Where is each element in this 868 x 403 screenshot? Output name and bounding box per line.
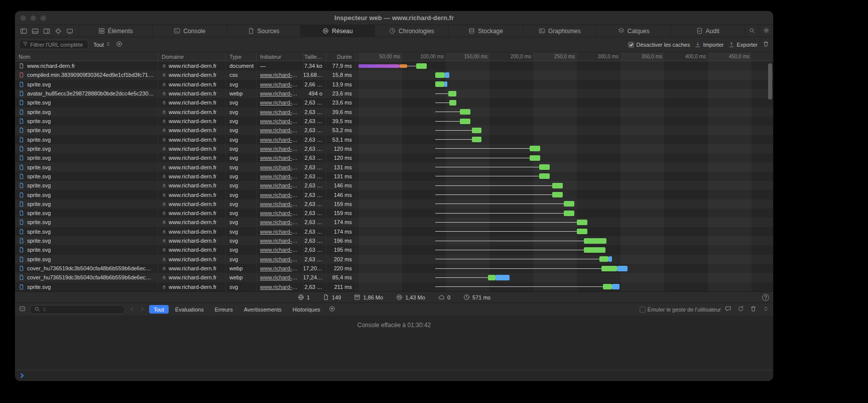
network-request-row[interactable]: sprite.svgwww.richard-dern.frsvgwww.rich… <box>15 80 773 89</box>
filter-options-button[interactable] <box>116 40 122 49</box>
network-request-row[interactable]: sprite.svgwww.richard-dern.frsvgwww.rich… <box>15 117 773 126</box>
initiator-link[interactable]: www.richard-d… <box>260 109 300 115</box>
initiator-link[interactable]: www.richard-d… <box>260 164 300 170</box>
network-request-row[interactable]: sprite.svgwww.richard-dern.frsvgwww.rich… <box>15 236 773 245</box>
initiator-link[interactable]: www.richard-d… <box>260 274 300 280</box>
network-request-row[interactable]: sprite.svgwww.richard-dern.frsvgwww.rich… <box>15 153 773 162</box>
panel-bottom-icon[interactable] <box>32 28 39 35</box>
network-request-row[interactable]: cover_hu736519dc3b5040cfa48b6b559b6de6ec… <box>15 264 773 273</box>
console-tab-evaluations[interactable]: Évaluations <box>171 305 208 314</box>
zoom-button[interactable] <box>40 15 46 21</box>
vertical-scrollbar[interactable] <box>768 63 772 99</box>
initiator-link[interactable]: www.richard-d… <box>260 127 300 133</box>
column-header-init[interactable]: Initiateur <box>257 52 304 61</box>
initiator-link[interactable]: www.richard-d… <box>260 72 300 78</box>
initiator-link[interactable]: www.richard-d… <box>260 192 300 198</box>
disable-caches-checkbox[interactable] <box>628 42 634 48</box>
initiator-link[interactable]: www.richard-d… <box>260 182 300 188</box>
network-request-row[interactable]: sprite.svgwww.richard-dern.frsvgwww.rich… <box>15 218 773 227</box>
initiator-link[interactable]: www.richard-d… <box>260 118 300 124</box>
network-request-row[interactable]: sprite.svgwww.richard-dern.frsvgwww.rich… <box>15 227 773 236</box>
tab-calques[interactable]: Calques <box>597 25 671 37</box>
network-request-row[interactable]: www.richard-dern.frwww.richard-dern.frdo… <box>15 61 773 70</box>
network-request-row[interactable]: sprite.svgwww.richard-dern.frsvgwww.rich… <box>15 209 773 218</box>
console-filter-options-button[interactable] <box>329 305 335 314</box>
initiator-link[interactable]: www.richard-d… <box>260 201 300 207</box>
network-request-row[interactable]: sprite.svgwww.richard-dern.frsvgwww.rich… <box>15 162 773 171</box>
column-header-size[interactable]: Taille… <box>304 52 326 61</box>
column-header-type[interactable]: Type <box>226 52 257 61</box>
console-tab-erreurs[interactable]: Erreurs <box>210 305 237 314</box>
column-header-name[interactable]: Nom <box>15 52 158 61</box>
toggle-console-size-button[interactable] <box>763 305 769 314</box>
initiator-link[interactable]: www.richard-d… <box>260 219 300 225</box>
minimize-button[interactable] <box>30 15 36 21</box>
initiator-link[interactable]: www.richard-d… <box>260 146 300 152</box>
initiator-link[interactable]: www.richard-d… <box>260 90 300 96</box>
tab-graphismes[interactable]: Graphismes <box>523 25 597 37</box>
panel-left-icon[interactable] <box>20 28 27 35</box>
initiator-link[interactable]: www.richard-d… <box>260 284 300 290</box>
clear-network-button[interactable] <box>763 40 769 49</box>
network-request-row[interactable]: sprite.svgwww.richard-dern.frsvgwww.rich… <box>15 172 773 181</box>
network-request-row[interactable]: sprite.svgwww.richard-dern.frsvgwww.rich… <box>15 108 773 117</box>
tab-reseau[interactable]: Réseau <box>301 25 375 37</box>
clear-console-button[interactable] <box>750 305 757 314</box>
initiator-link[interactable]: www.richard-d… <box>260 265 300 271</box>
help-button[interactable]: ? <box>762 294 769 301</box>
network-request-row[interactable]: sprite.svgwww.richard-dern.frsvgwww.rich… <box>15 135 773 144</box>
initiator-link[interactable]: www.richard-d… <box>260 173 300 179</box>
console-tab-historiques[interactable]: Historiques <box>288 305 325 314</box>
settings-button[interactable] <box>759 25 773 37</box>
export-button[interactable]: Exporter <box>728 42 758 48</box>
network-request-row[interactable]: sprite.svgwww.richard-dern.frsvgwww.rich… <box>15 255 773 264</box>
reload-button[interactable] <box>737 305 744 314</box>
next-result-button[interactable] <box>139 305 145 314</box>
initiator-link[interactable]: www.richard-d… <box>260 229 300 235</box>
console-messages-button[interactable] <box>725 305 731 314</box>
tab-elements[interactable]: Éléments <box>79 25 153 37</box>
network-request-row[interactable]: sprite.svgwww.richard-dern.frsvgwww.rich… <box>15 144 773 153</box>
device-icon[interactable] <box>66 28 73 35</box>
panel-right-icon[interactable] <box>43 28 50 35</box>
initiator-link[interactable]: www.richard-d… <box>260 256 300 262</box>
network-request-row[interactable]: cover_hu736519dc3b5040cfa48b6b559b6de6ec… <box>15 273 773 282</box>
initiator-link[interactable]: www.richard-d… <box>260 99 300 106</box>
initiator-link[interactable]: www.richard-d… <box>260 247 300 253</box>
disable-caches-control[interactable]: Désactiver les caches <box>628 42 690 48</box>
close-button[interactable] <box>20 15 26 21</box>
tab-audit[interactable]: Audit <box>671 25 745 37</box>
network-request-row[interactable]: compiled.min.38390909f303624ed9e1cf1bd3f… <box>15 70 773 79</box>
console-tab-tout[interactable]: Tout <box>149 305 169 314</box>
initiator-link[interactable]: www.richard-d… <box>260 238 300 244</box>
network-request-row[interactable]: avatar_hu85ecc3e298728880b0bde2dcc4e5c23… <box>15 89 773 98</box>
network-request-row[interactable]: sprite.svgwww.richard-dern.frsvgwww.rich… <box>15 282 773 291</box>
network-request-row[interactable]: sprite.svgwww.richard-dern.frsvgwww.rich… <box>15 126 773 135</box>
tab-chronologies[interactable]: Chronologies <box>375 25 449 37</box>
network-request-row[interactable]: sprite.svgwww.richard-dern.frsvgwww.rich… <box>15 199 773 209</box>
network-request-row[interactable]: sprite.svgwww.richard-dern.frsvgwww.rich… <box>15 181 773 190</box>
column-header-domain[interactable]: Domaine <box>158 52 226 61</box>
initiator-link[interactable]: www.richard-d… <box>260 81 300 87</box>
tab-stockage[interactable]: Stockage <box>449 25 523 37</box>
previous-result-button[interactable] <box>129 305 135 314</box>
import-button[interactable]: Importer <box>695 42 723 48</box>
console-scope-button[interactable] <box>19 305 26 314</box>
resource-type-select[interactable]: Tout <box>93 41 111 48</box>
url-filter-input[interactable]: Filtrer l'URL complète <box>19 40 88 49</box>
initiator-link[interactable]: www.richard-d… <box>260 137 300 143</box>
network-request-row[interactable]: sprite.svgwww.richard-dern.frsvgwww.rich… <box>15 245 773 254</box>
tab-console[interactable]: Console <box>153 25 226 37</box>
emulate-gesture-control[interactable]: Émuler le geste de l'utilisateur <box>640 307 721 313</box>
console-prompt[interactable] <box>15 370 773 381</box>
console-tab-avertissements[interactable]: Avertissements <box>239 305 286 314</box>
emulate-gesture-checkbox[interactable] <box>640 307 646 313</box>
network-request-row[interactable]: sprite.svgwww.richard-dern.frsvgwww.rich… <box>15 190 773 199</box>
initiator-link[interactable]: www.richard-d… <box>260 155 300 161</box>
initiator-link[interactable]: www.richard-d… <box>260 210 300 216</box>
tab-sources[interactable]: Sources <box>227 25 301 37</box>
console-search-input[interactable] <box>30 305 125 314</box>
search-button[interactable] <box>745 25 759 37</box>
column-header-dur[interactable]: Durée <box>326 52 356 61</box>
target-icon[interactable] <box>55 28 62 35</box>
